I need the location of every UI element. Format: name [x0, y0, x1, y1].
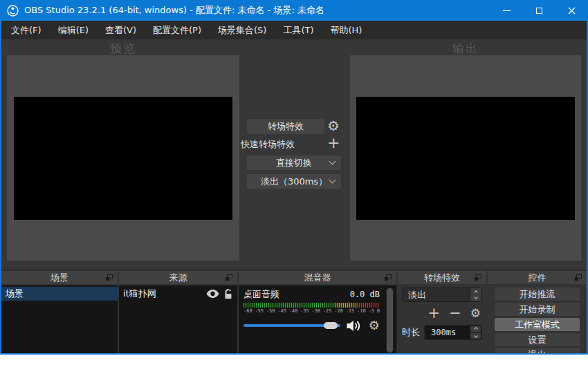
mixer-volume-db: 0.0 dB — [350, 290, 380, 299]
transition-select-spinner[interactable] — [470, 288, 481, 301]
dock-float-icon[interactable] — [475, 274, 481, 281]
close-icon — [568, 7, 576, 15]
dock-float-icon[interactable] — [575, 274, 582, 281]
start-recording-button[interactable]: 开始录制 — [495, 303, 580, 316]
transition-properties-gear-icon[interactable]: ⚙ — [327, 118, 340, 133]
chevron-down-icon — [474, 295, 478, 299]
preview-canvas[interactable] — [14, 97, 232, 220]
sources-dock-header[interactable]: 来源 — [119, 271, 237, 284]
duration-decrease-button[interactable] — [470, 333, 481, 339]
controls-dock-header[interactable]: 控件 — [488, 271, 587, 284]
mixer-controls-row: ⚙ — [244, 318, 380, 333]
scale-tick: -25 — [323, 308, 332, 314]
menu-profile[interactable]: 配置文件(P) — [145, 21, 210, 39]
docks-row: 场景 场景 来源 it猫扑网 — [1, 270, 587, 353]
window-controls — [490, 0, 588, 21]
duration-increase-button[interactable] — [470, 326, 481, 332]
scale-tick: -45 — [277, 308, 286, 314]
sources-list[interactable]: it猫扑网 — [119, 285, 237, 353]
studio-mode-button[interactable]: 工作室模式 — [495, 318, 580, 331]
source-row[interactable]: it猫扑网 — [119, 287, 237, 301]
duration-spinbox[interactable]: 300ms — [424, 325, 482, 340]
remove-transition-icon[interactable]: − — [449, 306, 461, 320]
studio-mode-area: 预览 输出 转场特效 ⚙ 快速转场特效 + 直接切换 淡出（300ms） — [1, 39, 587, 270]
start-streaming-button[interactable]: 开始推流 — [495, 288, 580, 301]
scenes-list[interactable]: 场景 — [1, 285, 118, 353]
scale-tick: -60 — [244, 308, 252, 314]
transitions-button[interactable]: 转场特效 — [247, 119, 324, 134]
slider-handle[interactable] — [324, 322, 338, 329]
meter-scale: -60 -55 -50 -45 -40 -35 -30 -25 -20 -15 … — [244, 308, 380, 314]
transition-select-value: 淡出 — [403, 288, 470, 301]
transition-mode-value: 直接切换 — [276, 158, 312, 168]
transition-gear-icon[interactable]: ⚙ — [470, 306, 481, 320]
volume-slider[interactable] — [244, 321, 340, 330]
duration-value: 300ms — [425, 328, 456, 337]
menu-view[interactable]: 查看(V) — [97, 21, 145, 39]
transitions-dock-title: 转场特效 — [424, 271, 460, 284]
scene-row-selected[interactable]: 场景 — [1, 287, 118, 301]
obs-logo-icon — [7, 5, 19, 17]
sources-dock: 来源 it猫扑网 — [119, 271, 237, 353]
scale-tick: -20 — [334, 308, 343, 314]
dock-float-icon[interactable] — [385, 274, 392, 281]
scale-tick: -10 — [357, 308, 366, 314]
transition-actions: + − ⚙ — [402, 306, 482, 320]
dock-float-icon[interactable] — [106, 274, 113, 281]
transition-duration-row: 时长 300ms — [402, 325, 482, 340]
duration-spin-buttons — [470, 326, 481, 339]
menu-tools[interactable]: 工具(T) — [275, 21, 322, 39]
minimize-button[interactable] — [490, 0, 523, 21]
exit-button[interactable]: 退出 — [495, 348, 580, 353]
transition-mode-select[interactable]: 直接切换 — [247, 156, 341, 170]
chevron-down-icon — [474, 334, 478, 338]
controls-dock-title: 控件 — [529, 271, 546, 284]
maximize-icon — [536, 8, 542, 14]
settings-button[interactable]: 设置 — [495, 333, 580, 346]
controls-dock: 控件 开始推流 开始录制 工作室模式 设置 退出 — [488, 271, 587, 353]
volume-meter — [244, 303, 380, 308]
scale-tick: -40 — [289, 308, 298, 314]
speaker-icon[interactable] — [347, 320, 362, 332]
mixer-dock: 混音器 桌面音频 0.0 dB -60 -55 — [239, 271, 396, 353]
minimize-icon — [503, 10, 511, 11]
scrollbar-handle[interactable] — [387, 288, 393, 352]
source-name: it猫扑网 — [123, 288, 206, 300]
dock-float-icon[interactable] — [226, 274, 232, 281]
mixer-scrollbar[interactable] — [386, 288, 394, 353]
scale-tick: 0 — [377, 308, 380, 314]
transitions-dock: 转场特效 淡出 + − ⚙ — [398, 271, 486, 353]
mixer-channel-header: 桌面音频 0.0 dB — [244, 288, 380, 301]
maximize-button[interactable] — [523, 0, 555, 21]
mixer-gear-icon[interactable]: ⚙ — [369, 318, 380, 333]
meter-green-segment — [244, 303, 335, 308]
mixer-dock-header[interactable]: 混音器 — [239, 271, 396, 284]
quick-transition-select[interactable]: 淡出（300ms） — [247, 174, 341, 189]
visibility-eye-icon[interactable] — [206, 290, 219, 298]
quick-transitions-label: 快速转场特效 — [241, 138, 295, 151]
scale-tick: -15 — [346, 308, 355, 314]
scale-tick: -5 — [368, 308, 374, 314]
unlock-icon[interactable] — [224, 289, 233, 299]
meter-red-segment — [357, 303, 380, 308]
preview-pane — [7, 55, 239, 261]
transition-select[interactable]: 淡出 — [402, 288, 482, 302]
chevron-down-icon — [329, 177, 336, 184]
mixer-panel: 桌面音频 0.0 dB -60 -55 -50 -45 -40 - — [239, 285, 396, 353]
add-transition-icon[interactable]: + — [428, 306, 441, 320]
program-pane — [350, 55, 581, 261]
scale-tick: -55 — [255, 308, 264, 314]
menu-scene-collection[interactable]: 场景集合(S) — [210, 21, 275, 39]
menu-edit[interactable]: 编辑(E) — [50, 21, 97, 39]
menu-help[interactable]: 帮助(H) — [322, 21, 371, 39]
program-label: 输出 — [350, 41, 581, 57]
titlebar[interactable]: OBS Studio 23.2.1 (64-bit, windows) - 配置… — [0, 0, 588, 21]
duration-label: 时长 — [402, 326, 420, 339]
menu-file[interactable]: 文件(F) — [3, 21, 50, 39]
scale-tick: -35 — [300, 308, 309, 314]
close-button[interactable] — [555, 0, 588, 21]
transitions-dock-header[interactable]: 转场特效 — [398, 271, 486, 284]
scale-tick: -30 — [311, 308, 320, 314]
scenes-dock-header[interactable]: 场景 — [1, 271, 118, 284]
add-quick-transition-icon[interactable]: + — [327, 135, 340, 151]
